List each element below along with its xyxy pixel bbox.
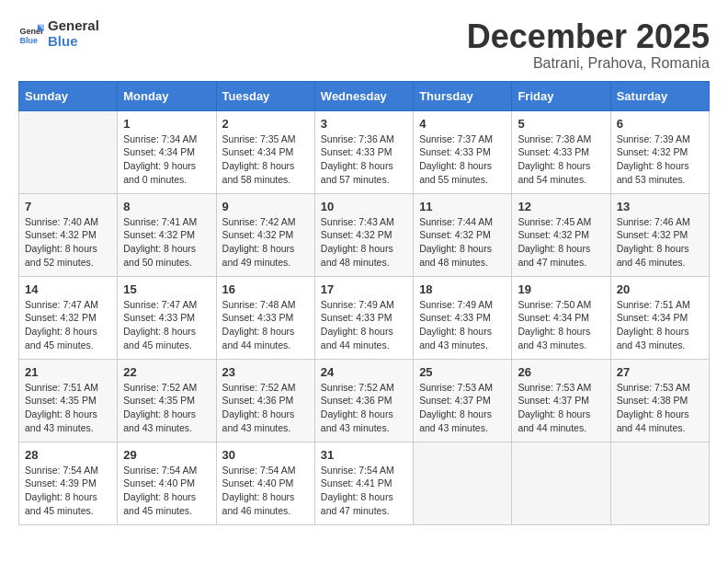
day-number: 22 xyxy=(123,365,210,379)
cell-info: Sunrise: 7:47 AMSunset: 4:33 PMDaylight:… xyxy=(123,298,210,352)
calendar-cell: 27Sunrise: 7:53 AMSunset: 4:38 PMDayligh… xyxy=(610,359,709,442)
day-number: 8 xyxy=(123,200,210,213)
day-number: 10 xyxy=(321,200,407,213)
calendar-table: SundayMondayTuesdayWednesdayThursdayFrid… xyxy=(18,81,710,525)
calendar-cell: 23Sunrise: 7:52 AMSunset: 4:36 PMDayligh… xyxy=(216,359,314,442)
day-number: 25 xyxy=(419,365,506,379)
cell-info: Sunrise: 7:54 AMSunset: 4:39 PMDaylight:… xyxy=(25,464,111,518)
calendar-cell: 10Sunrise: 7:43 AMSunset: 4:32 PMDayligh… xyxy=(314,193,413,276)
day-number: 2 xyxy=(222,117,309,131)
calendar-cell: 26Sunrise: 7:53 AMSunset: 4:37 PMDayligh… xyxy=(512,359,610,442)
cell-info: Sunrise: 7:52 AMSunset: 4:36 PMDaylight:… xyxy=(321,381,407,435)
cell-info: Sunrise: 7:44 AMSunset: 4:32 PMDaylight:… xyxy=(419,215,506,270)
calendar-cell: 5Sunrise: 7:38 AMSunset: 4:33 PMDaylight… xyxy=(512,110,610,193)
calendar-cell: 24Sunrise: 7:52 AMSunset: 4:36 PMDayligh… xyxy=(314,359,413,442)
day-number: 15 xyxy=(123,282,210,296)
day-number: 14 xyxy=(25,282,111,296)
header-saturday: Saturday xyxy=(610,81,709,110)
calendar-cell xyxy=(610,442,709,524)
cell-info: Sunrise: 7:53 AMSunset: 4:38 PMDaylight:… xyxy=(617,381,703,435)
calendar-cell: 21Sunrise: 7:51 AMSunset: 4:35 PMDayligh… xyxy=(19,359,118,442)
day-number: 19 xyxy=(518,282,604,296)
cell-info: Sunrise: 7:54 AMSunset: 4:40 PMDaylight:… xyxy=(123,464,210,518)
day-number: 21 xyxy=(25,365,111,379)
calendar-cell: 17Sunrise: 7:49 AMSunset: 4:33 PMDayligh… xyxy=(314,276,413,359)
day-number: 31 xyxy=(321,448,407,462)
calendar-cell: 28Sunrise: 7:54 AMSunset: 4:39 PMDayligh… xyxy=(19,442,118,524)
day-number: 1 xyxy=(123,117,210,131)
header-friday: Friday xyxy=(512,81,610,110)
calendar-cell: 25Sunrise: 7:53 AMSunset: 4:37 PMDayligh… xyxy=(414,359,512,442)
cell-info: Sunrise: 7:46 AMSunset: 4:32 PMDaylight:… xyxy=(617,215,703,270)
header-monday: Monday xyxy=(118,81,216,110)
cell-info: Sunrise: 7:45 AMSunset: 4:32 PMDaylight:… xyxy=(518,215,604,270)
cell-info: Sunrise: 7:49 AMSunset: 4:33 PMDaylight:… xyxy=(419,298,506,352)
page-header: General Blue General Blue December 2025 … xyxy=(18,18,710,72)
day-number: 20 xyxy=(617,282,703,296)
cell-info: Sunrise: 7:37 AMSunset: 4:33 PMDaylight:… xyxy=(419,132,506,187)
day-number: 23 xyxy=(222,365,309,379)
cell-info: Sunrise: 7:52 AMSunset: 4:35 PMDaylight:… xyxy=(123,381,210,435)
calendar-cell: 7Sunrise: 7:40 AMSunset: 4:32 PMDaylight… xyxy=(19,193,118,276)
cell-info: Sunrise: 7:42 AMSunset: 4:32 PMDaylight:… xyxy=(222,215,309,270)
cell-info: Sunrise: 7:53 AMSunset: 4:37 PMDaylight:… xyxy=(419,381,506,435)
day-number: 5 xyxy=(518,117,604,131)
calendar-cell: 9Sunrise: 7:42 AMSunset: 4:32 PMDaylight… xyxy=(216,193,314,276)
cell-info: Sunrise: 7:50 AMSunset: 4:34 PMDaylight:… xyxy=(518,298,604,352)
cell-info: Sunrise: 7:49 AMSunset: 4:33 PMDaylight:… xyxy=(321,298,407,352)
calendar-cell: 2Sunrise: 7:35 AMSunset: 4:34 PMDaylight… xyxy=(216,110,314,193)
calendar-cell: 31Sunrise: 7:54 AMSunset: 4:41 PMDayligh… xyxy=(314,442,413,524)
calendar-cell: 13Sunrise: 7:46 AMSunset: 4:32 PMDayligh… xyxy=(610,193,709,276)
month-title: December 2025 xyxy=(467,18,710,55)
cell-info: Sunrise: 7:43 AMSunset: 4:32 PMDaylight:… xyxy=(321,215,407,270)
cell-info: Sunrise: 7:36 AMSunset: 4:33 PMDaylight:… xyxy=(321,132,407,187)
day-number: 9 xyxy=(222,200,309,213)
calendar-week-4: 21Sunrise: 7:51 AMSunset: 4:35 PMDayligh… xyxy=(19,359,710,442)
calendar-cell xyxy=(414,442,512,524)
header-sunday: Sunday xyxy=(19,81,118,110)
logo-icon: General Blue xyxy=(18,21,44,47)
header-thursday: Thursday xyxy=(414,81,512,110)
cell-info: Sunrise: 7:38 AMSunset: 4:33 PMDaylight:… xyxy=(518,132,604,187)
cell-info: Sunrise: 7:40 AMSunset: 4:32 PMDaylight:… xyxy=(25,215,111,270)
calendar-week-3: 14Sunrise: 7:47 AMSunset: 4:32 PMDayligh… xyxy=(19,276,710,359)
day-number: 16 xyxy=(222,282,309,296)
cell-info: Sunrise: 7:35 AMSunset: 4:34 PMDaylight:… xyxy=(222,132,309,187)
cell-info: Sunrise: 7:41 AMSunset: 4:32 PMDaylight:… xyxy=(123,215,210,270)
cell-info: Sunrise: 7:54 AMSunset: 4:40 PMDaylight:… xyxy=(222,464,309,518)
day-number: 27 xyxy=(617,365,703,379)
calendar-cell xyxy=(19,110,118,193)
calendar-week-5: 28Sunrise: 7:54 AMSunset: 4:39 PMDayligh… xyxy=(19,442,710,524)
calendar-cell: 19Sunrise: 7:50 AMSunset: 4:34 PMDayligh… xyxy=(512,276,610,359)
cell-info: Sunrise: 7:48 AMSunset: 4:33 PMDaylight:… xyxy=(222,298,309,352)
day-number: 12 xyxy=(518,200,604,213)
calendar-cell: 14Sunrise: 7:47 AMSunset: 4:32 PMDayligh… xyxy=(19,276,118,359)
day-number: 24 xyxy=(321,365,407,379)
day-number: 6 xyxy=(617,117,703,131)
cell-info: Sunrise: 7:47 AMSunset: 4:32 PMDaylight:… xyxy=(25,298,111,352)
day-number: 3 xyxy=(321,117,407,131)
day-number: 18 xyxy=(419,282,506,296)
day-number: 29 xyxy=(123,448,210,462)
calendar-cell: 6Sunrise: 7:39 AMSunset: 4:32 PMDaylight… xyxy=(610,110,709,193)
location-title: Batrani, Prahova, Romania xyxy=(467,55,710,72)
cell-info: Sunrise: 7:54 AMSunset: 4:41 PMDaylight:… xyxy=(321,464,407,518)
header-tuesday: Tuesday xyxy=(216,81,314,110)
calendar-cell: 22Sunrise: 7:52 AMSunset: 4:35 PMDayligh… xyxy=(118,359,216,442)
calendar-week-2: 7Sunrise: 7:40 AMSunset: 4:32 PMDaylight… xyxy=(19,193,710,276)
calendar-cell: 4Sunrise: 7:37 AMSunset: 4:33 PMDaylight… xyxy=(414,110,512,193)
day-number: 28 xyxy=(25,448,111,462)
calendar-cell: 29Sunrise: 7:54 AMSunset: 4:40 PMDayligh… xyxy=(118,442,216,524)
calendar-cell: 20Sunrise: 7:51 AMSunset: 4:34 PMDayligh… xyxy=(610,276,709,359)
calendar-header-row: SundayMondayTuesdayWednesdayThursdayFrid… xyxy=(19,81,710,110)
calendar-cell: 30Sunrise: 7:54 AMSunset: 4:40 PMDayligh… xyxy=(216,442,314,524)
calendar-cell: 15Sunrise: 7:47 AMSunset: 4:33 PMDayligh… xyxy=(118,276,216,359)
title-area: December 2025 Batrani, Prahova, Romania xyxy=(467,18,710,72)
calendar-cell: 1Sunrise: 7:34 AMSunset: 4:34 PMDaylight… xyxy=(118,110,216,193)
day-number: 17 xyxy=(321,282,407,296)
cell-info: Sunrise: 7:51 AMSunset: 4:34 PMDaylight:… xyxy=(617,298,703,352)
day-number: 30 xyxy=(222,448,309,462)
calendar-cell: 12Sunrise: 7:45 AMSunset: 4:32 PMDayligh… xyxy=(512,193,610,276)
calendar-cell: 8Sunrise: 7:41 AMSunset: 4:32 PMDaylight… xyxy=(118,193,216,276)
calendar-cell xyxy=(512,442,610,524)
